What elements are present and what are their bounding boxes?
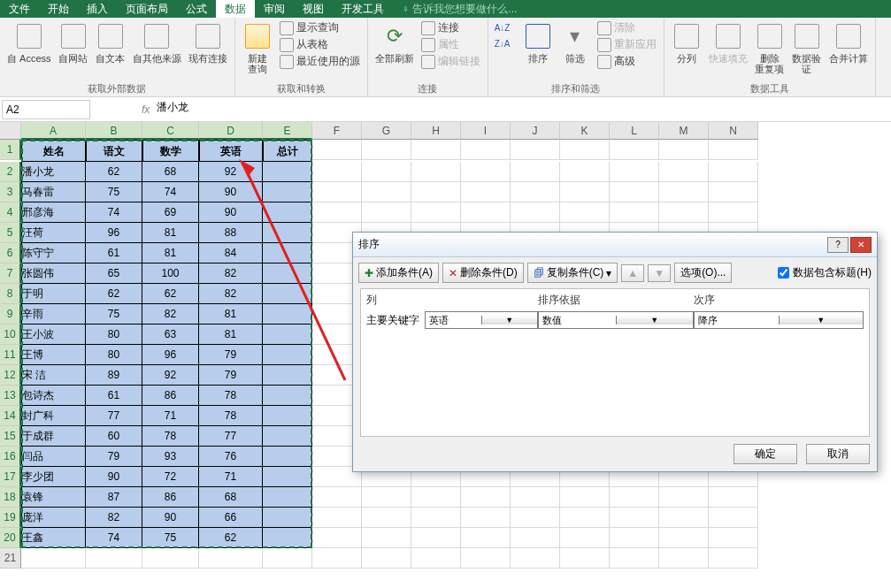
cell[interactable]	[411, 140, 461, 160]
cell[interactable]	[709, 487, 758, 508]
move-down-button[interactable]: ▼	[648, 264, 671, 282]
cell[interactable]: 68	[199, 487, 263, 508]
cell[interactable]: 61	[86, 243, 142, 263]
row-header-15[interactable]: 15	[0, 426, 21, 447]
cell[interactable]: 74	[86, 528, 142, 548]
cell[interactable]	[659, 140, 709, 160]
cell[interactable]	[362, 202, 411, 223]
cell[interactable]: 王小波	[21, 325, 86, 345]
tab-开发工具[interactable]: 开发工具	[333, 0, 393, 18]
row-header-9[interactable]: 9	[0, 304, 21, 325]
row-header-2[interactable]: 2	[0, 162, 21, 182]
cell[interactable]	[659, 182, 709, 202]
close-button[interactable]: ✕	[850, 237, 872, 253]
cell[interactable]: 81	[142, 243, 199, 263]
tab-页面布局[interactable]: 页面布局	[117, 0, 177, 18]
cell[interactable]	[610, 508, 659, 528]
cell[interactable]	[312, 487, 362, 508]
cell[interactable]	[199, 548, 263, 569]
col-header-D[interactable]: D	[199, 122, 263, 140]
col-header-K[interactable]: K	[560, 122, 610, 140]
cell[interactable]: 90	[86, 467, 142, 487]
cell[interactable]	[659, 508, 709, 528]
cell[interactable]	[511, 528, 560, 548]
cell[interactable]: 潘小龙	[21, 162, 86, 182]
cell[interactable]: 78	[199, 386, 263, 406]
cell[interactable]: 庞洋	[21, 508, 86, 528]
cell[interactable]	[560, 487, 610, 508]
cell[interactable]: 包诗杰	[21, 386, 86, 406]
cell[interactable]: 82	[199, 263, 263, 284]
cell[interactable]	[362, 182, 411, 202]
row-header-19[interactable]: 19	[0, 508, 21, 528]
cell[interactable]	[709, 548, 758, 569]
cell[interactable]: 65	[86, 263, 142, 284]
cell[interactable]	[263, 202, 312, 223]
row-header-6[interactable]: 6	[0, 243, 21, 263]
cell[interactable]: 邢彦海	[21, 202, 86, 223]
col-header-C[interactable]: C	[142, 122, 199, 140]
row-header-17[interactable]: 17	[0, 467, 21, 487]
data-tool-button-1[interactable]: 快速填充	[705, 19, 751, 65]
row-header-5[interactable]: 5	[0, 223, 21, 243]
cell[interactable]: 86	[142, 487, 199, 508]
cell[interactable]: 62	[199, 528, 263, 548]
cell[interactable]: 封广科	[21, 406, 86, 426]
cell[interactable]	[659, 528, 709, 548]
cell[interactable]: 62	[86, 162, 142, 182]
cell[interactable]	[362, 548, 411, 569]
cell[interactable]	[511, 202, 560, 223]
cell[interactable]	[610, 140, 659, 160]
cell[interactable]	[263, 386, 312, 406]
cell[interactable]	[263, 182, 312, 202]
select-all-corner[interactable]	[0, 122, 21, 140]
cell[interactable]: 75	[142, 528, 199, 548]
cell[interactable]: 61	[86, 386, 142, 406]
cell[interactable]: 62	[86, 284, 142, 304]
cell[interactable]: 陈守宁	[21, 243, 86, 263]
cell[interactable]: 语文	[86, 140, 142, 162]
cell[interactable]	[709, 162, 758, 182]
cell[interactable]	[461, 487, 511, 508]
cell[interactable]: 87	[86, 487, 142, 508]
cell[interactable]	[263, 548, 312, 569]
cell[interactable]: 于成群	[21, 426, 86, 447]
cell[interactable]: 79	[199, 345, 263, 365]
cell[interactable]: 66	[199, 508, 263, 528]
col-header-E[interactable]: E	[263, 122, 312, 140]
col-header-B[interactable]: B	[86, 122, 142, 140]
cell[interactable]	[263, 426, 312, 447]
cell[interactable]	[263, 528, 312, 548]
row-header-18[interactable]: 18	[0, 487, 21, 508]
mini-button[interactable]: 属性	[418, 36, 484, 53]
col-header-L[interactable]: L	[610, 122, 659, 140]
cell[interactable]: 92	[199, 162, 263, 182]
cell[interactable]: 86	[142, 386, 199, 406]
cell[interactable]: 63	[142, 325, 199, 345]
cell[interactable]: 92	[142, 365, 199, 386]
cell[interactable]	[411, 487, 461, 508]
dialog-titlebar[interactable]: 排序 ? ✕	[353, 233, 877, 257]
cell[interactable]: 82	[142, 304, 199, 325]
row-header-11[interactable]: 11	[0, 345, 21, 365]
cell[interactable]	[263, 467, 312, 487]
cell[interactable]	[263, 365, 312, 386]
cell[interactable]: 81	[142, 223, 199, 243]
data-tool-button-3[interactable]: 数据验证	[788, 19, 826, 76]
row-header-8[interactable]: 8	[0, 284, 21, 304]
data-tool-button-0[interactable]: 分列	[668, 19, 705, 65]
cell[interactable]	[511, 162, 560, 182]
cell[interactable]	[312, 548, 362, 569]
header-checkbox[interactable]: 数据包含标题(H)	[778, 265, 872, 280]
move-up-button[interactable]: ▲	[621, 264, 644, 282]
cell[interactable]: 74	[142, 182, 199, 202]
filter-button[interactable]: ▾ 筛选	[557, 19, 594, 65]
cell[interactable]: 90	[142, 508, 199, 528]
cell[interactable]	[411, 202, 461, 223]
ext-data-button-3[interactable]: 自其他来源	[129, 19, 185, 65]
cell[interactable]	[362, 528, 411, 548]
cell[interactable]	[263, 345, 312, 365]
cell[interactable]: 72	[142, 467, 199, 487]
refresh-all-button[interactable]: ⟳ 全部刷新	[372, 19, 418, 65]
cell[interactable]	[411, 508, 461, 528]
